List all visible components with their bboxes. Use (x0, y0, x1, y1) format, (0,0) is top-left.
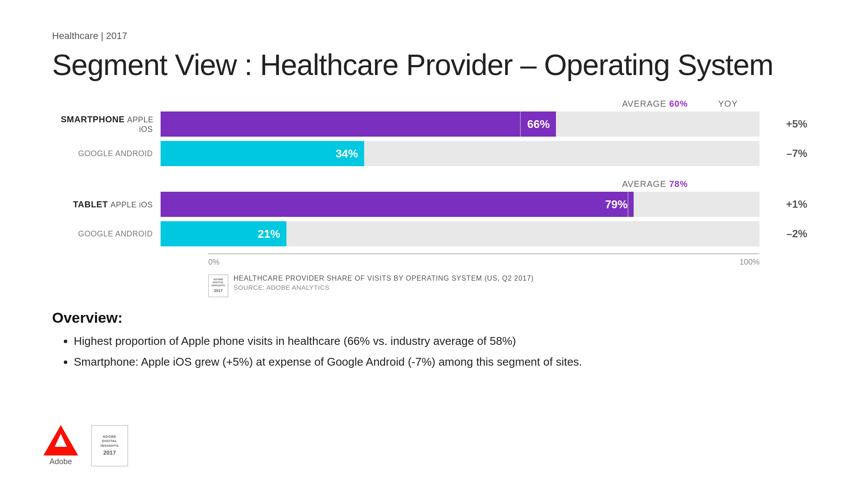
yoy3-value: +1% (760, 198, 807, 210)
tablet-android-bar: 21% (161, 221, 286, 246)
adobe-logo-icon (43, 425, 78, 455)
yoy-header-label: YOY (690, 99, 738, 109)
overview-bullets: Highest proportion of Apple phone visits… (52, 333, 816, 370)
page: Healthcare | 2017 Segment View : Healthc… (0, 0, 868, 488)
yoy2-value: –7% (760, 147, 807, 160)
tablet-ios-bar-container: 79% (161, 192, 760, 217)
axis-row: 0% 100% (61, 253, 807, 267)
adobe-logo: Adobe (43, 425, 78, 466)
axis-line (208, 253, 760, 254)
smartphone-android-bar: 34% (161, 141, 364, 166)
bar-row-smartphone-ios: SMARTPHONE APPLE iOS 66% +5% (61, 111, 807, 137)
bar-row-tablet-android: GOOGLE ANDROID 21% –2% (61, 221, 807, 246)
overview-title: Overview: (52, 309, 816, 326)
tablet-android-label: GOOGLE ANDROID (61, 229, 161, 239)
smartphone-ios-label: SMARTPHONE APPLE iOS (61, 115, 161, 134)
bar-row-smartphone-android: GOOGLE ANDROID 34% –7% (61, 141, 807, 166)
bullet-2: Smartphone: Apple iOS grew (+5%) at expe… (74, 354, 816, 370)
yoy4-value: –2% (760, 228, 807, 240)
avg2-row: AVERAGE 78% (208, 179, 738, 189)
page-title: Segment View : Healthcare Provider – Ope… (52, 48, 816, 82)
adi-badge-large: ADOBE DIGITAL INSIGHTS 2017 (91, 425, 128, 466)
bar-row-tablet-ios: TABLET APPLE iOS 79% +1% (61, 192, 807, 217)
smartphone-ios-bar-container: 66% (161, 111, 760, 137)
smartphone-android-bar-container: 34% (161, 141, 760, 166)
smartphone-ios-bar: 66% (161, 111, 556, 137)
source-adi-badge: ADOBE DIGITAL INSIGHTS 2017 (208, 275, 228, 297)
tablet-ios-bar: 79% (161, 192, 634, 217)
source-text-block: HEALTHCARE PROVIDER SHARE OF VISITS BY O… (233, 275, 534, 291)
overview-section: Overview: Highest proportion of Apple ph… (52, 309, 816, 370)
axis-labels: 0% 100% (208, 258, 760, 267)
footer: Adobe ADOBE DIGITAL INSIGHTS 2017 (43, 425, 128, 466)
yoy1-value: +5% (760, 118, 807, 130)
avg2-marker (628, 192, 628, 217)
avg1-marker (520, 111, 521, 137)
source-row: ADOBE DIGITAL INSIGHTS 2017 HEALTHCARE P… (208, 275, 807, 297)
avg1-label: AVERAGE 60% (208, 99, 690, 109)
avg2-label: AVERAGE 78% (208, 179, 690, 189)
tablet-ios-label: TABLET APPLE iOS (61, 200, 161, 210)
smartphone-android-label: GOOGLE ANDROID (61, 149, 161, 158)
tablet-android-bar-container: 21% (161, 221, 760, 246)
breadcrumb: Healthcare | 2017 (52, 30, 816, 42)
bullet-1: Highest proportion of Apple phone visits… (74, 333, 816, 349)
